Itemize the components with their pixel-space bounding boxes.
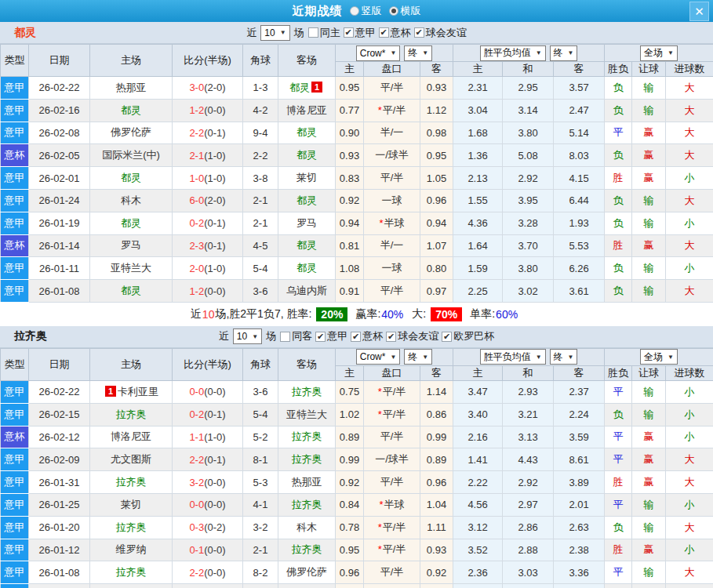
match-count-dropdown[interactable]: 10 ▼	[233, 328, 262, 344]
handicap-cell: 平/半	[364, 471, 420, 494]
radio-icon[interactable]	[389, 6, 398, 16]
checkbox-icon[interactable]: ✔	[315, 332, 326, 342]
radio-icon[interactable]	[350, 6, 359, 16]
filter-checkbox-意甲[interactable]: ✔意甲	[315, 329, 347, 343]
score-cell: 1-2(0-0)	[173, 280, 243, 303]
goals-result-cell: 小	[666, 167, 713, 190]
avg-draw-cell: 2.95	[503, 77, 554, 100]
close-button[interactable]: ✕	[689, 2, 709, 21]
checkbox-icon[interactable]: ✔	[351, 332, 361, 342]
goals-result-cell: 大	[666, 99, 713, 122]
avg-source-dropdown[interactable]: 胜平负均值▼	[480, 349, 546, 365]
handicap-result-cell: 赢	[632, 234, 666, 257]
odds-final-dropdown[interactable]: 终▼	[404, 45, 432, 61]
match-type-cell: 意甲	[1, 257, 29, 280]
home-team-cell: 都灵	[90, 167, 173, 190]
avg-final-dropdown[interactable]: 终▼	[550, 45, 578, 61]
match-type-cell: 意甲	[1, 99, 29, 122]
col-avg-home: 主	[453, 365, 503, 380]
checkbox-icon[interactable]: ✔	[386, 332, 396, 342]
goals-result-cell: 大	[666, 234, 713, 257]
corner-cell: 2-1	[243, 189, 278, 212]
match-row: 意甲26-02-08佛罗伦萨2-2(0-1)9-4都灵0.90半/一0.981.…	[1, 122, 713, 144]
checkbox-icon[interactable]: ✔	[414, 27, 424, 38]
filter-checkbox-欧罗巴杯[interactable]: ✔欧罗巴杯	[442, 329, 494, 343]
odds-home-cell: 0.99	[336, 448, 364, 471]
avg-away-cell: 6.44	[554, 189, 605, 212]
filter-checkbox-球会友谊[interactable]: ✔球会友谊	[414, 26, 467, 40]
col-home: 主场	[90, 348, 173, 380]
filter-checkbox-球会友谊[interactable]: ✔球会友谊	[386, 329, 438, 343]
avg-away-cell: 2.63	[554, 516, 605, 539]
date-cell: 26-01-14	[29, 234, 90, 257]
col-odds-away: 客	[420, 62, 453, 77]
handicap-cell: *平/半	[364, 403, 420, 426]
odds-home-cell: 0.89	[336, 426, 364, 448]
avg-home-cell: 2.25	[453, 280, 503, 303]
checkbox-icon[interactable]: ✔	[344, 27, 354, 38]
avg-away-cell: 1.93	[554, 212, 605, 234]
score-cell: 3-0(2-0)	[173, 77, 243, 100]
goals-result-cell: 走	[666, 584, 713, 588]
odds-source-dropdown[interactable]: Crow*▼	[356, 349, 401, 365]
chevron-down-icon: ▼	[536, 49, 542, 56]
scope-dropdown[interactable]: 全场▼	[640, 349, 678, 365]
avg-away-cell: 8.61	[554, 448, 605, 471]
avg-home-cell: 2.31	[453, 77, 503, 100]
filter-checkbox-意杯[interactable]: ✔意杯	[379, 26, 411, 40]
avg-home-cell: 4.36	[453, 212, 503, 234]
chevron-down-icon: ▼	[568, 49, 574, 56]
score-cell: 1-0(1-0)	[173, 167, 243, 190]
date-cell: 26-02-01	[29, 167, 90, 190]
close-icon: ✕	[694, 5, 704, 19]
date-cell: 26-01-08	[29, 561, 90, 584]
col-goals: 进球数	[666, 365, 713, 380]
view-option-vertical[interactable]: 竖版	[350, 4, 382, 18]
avg-final-dropdown[interactable]: 终▼	[550, 349, 578, 365]
filter-checkbox-意杯[interactable]: ✔意杯	[351, 329, 383, 343]
away-team-cell: 拉齐奥	[278, 380, 336, 403]
goals-result-cell: 小	[666, 380, 713, 403]
checkbox-label: 同主	[320, 26, 340, 40]
match-type-cell: 意甲	[1, 516, 29, 539]
date-cell: 26-01-24	[29, 189, 90, 212]
corner-cell: 3-6	[243, 380, 278, 403]
checkbox-label: 球会友谊	[426, 26, 467, 40]
avg-source-dropdown[interactable]: 胜平负均值▼	[480, 45, 546, 61]
score-cell: 2-0(1-0)	[173, 257, 243, 280]
filter-checkbox-意甲[interactable]: ✔意甲	[344, 26, 376, 40]
view-option-horizontal[interactable]: 横版	[389, 4, 421, 18]
avg-draw-cell: 4.43	[503, 448, 554, 471]
match-row: 意甲26-01-11亚特兰大2-0(1-0)5-4都灵1.08一球0.801.5…	[1, 257, 713, 280]
match-row: 意甲26-01-19都灵0-2(0-1)2-1罗马0.94*半球0.944.36…	[1, 212, 713, 234]
checkbox-label: 欧罗巴杯	[453, 329, 494, 343]
rank-badge: 1	[105, 386, 116, 397]
result-cell: 胜	[605, 539, 632, 561]
corner-cell: 2-1	[243, 539, 278, 561]
away-team-cell: 科木	[278, 516, 336, 539]
corner-cell: 4-5	[243, 234, 278, 257]
odds-away-cell: 0.85	[420, 584, 453, 588]
scope-dropdown[interactable]: 全场▼	[640, 45, 678, 61]
col-odds-handicap: 盘口	[364, 62, 420, 77]
avg-home-cell: 1.68	[453, 122, 503, 144]
col-handicap-result: 让球	[632, 62, 666, 77]
checkbox-icon[interactable]	[280, 332, 290, 342]
handicap-cell: *半球	[364, 493, 420, 516]
avg-draw-cell: 2.88	[503, 539, 554, 561]
goals-result-cell: 小	[666, 426, 713, 448]
handicap-result-cell: 输	[632, 280, 666, 303]
result-cell: 平	[605, 122, 632, 144]
odds-source-dropdown[interactable]: Crow*▼	[356, 45, 401, 61]
odds-away-cell: 0.93	[420, 539, 453, 561]
handicap-result-cell: 输	[632, 380, 666, 403]
odds-final-dropdown[interactable]: 终▼	[404, 349, 432, 365]
checkbox-icon[interactable]: ✔	[379, 27, 389, 38]
filter-checkbox-同客[interactable]: 同客	[280, 329, 312, 343]
checkbox-label: 意杯	[391, 26, 411, 40]
match-count-dropdown[interactable]: 10 ▼	[260, 25, 289, 41]
checkbox-icon[interactable]	[308, 27, 318, 38]
checkbox-icon[interactable]: ✔	[442, 332, 452, 342]
filter-checkbox-同主[interactable]: 同主	[308, 26, 340, 40]
odds-home-cell: 1.03	[336, 584, 364, 588]
